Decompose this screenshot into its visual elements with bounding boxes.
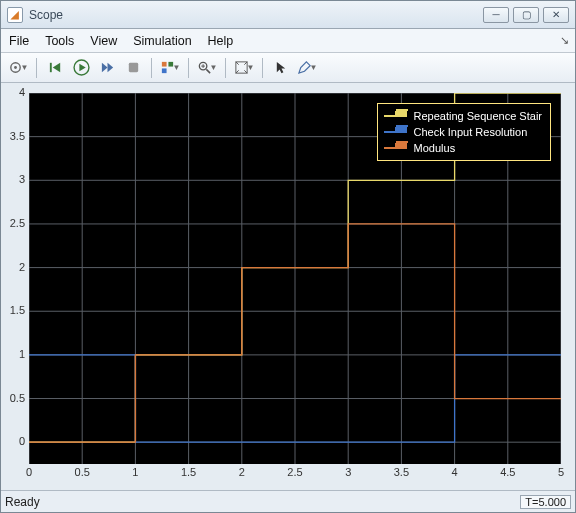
y-tick-label: 1.5	[3, 304, 25, 316]
plot-container: Repeating Sequence Stair Check Input Res…	[1, 83, 575, 490]
step-back-button[interactable]	[44, 57, 66, 79]
autoscale-button[interactable]: ▼	[233, 57, 255, 79]
x-tick-label: 3.5	[394, 466, 409, 478]
x-tick-label: 1.5	[181, 466, 196, 478]
y-tick-label: 3.5	[3, 130, 25, 142]
config-button[interactable]: ▼	[7, 57, 29, 79]
step-forward-button[interactable]	[96, 57, 118, 79]
y-tick-label: 0.5	[3, 392, 25, 404]
legend-label: Repeating Sequence Stair	[414, 110, 542, 122]
zoom-button[interactable]: ▼	[196, 57, 218, 79]
cursor-measure-button[interactable]	[270, 57, 292, 79]
x-tick-label: 0	[26, 466, 32, 478]
svg-rect-8	[128, 63, 137, 72]
plot-area[interactable]: Repeating Sequence Stair Check Input Res…	[7, 87, 565, 486]
toolbar: ▼ ▼ ▼ ▼ ▼	[1, 53, 575, 83]
plot-settings-button[interactable]: ▼	[296, 57, 318, 79]
legend-swatch-icon	[384, 131, 408, 133]
legend-label: Check Input Resolution	[414, 126, 528, 138]
svg-point-1	[14, 66, 17, 69]
svg-marker-18	[298, 62, 309, 73]
play-icon	[73, 59, 90, 76]
svg-marker-6	[101, 63, 107, 72]
y-tick-label: 4	[3, 86, 25, 98]
legend-swatch-icon	[384, 147, 408, 149]
x-tick-label: 4.5	[500, 466, 515, 478]
x-tick-label: 5	[558, 466, 564, 478]
svg-rect-9	[161, 62, 166, 67]
x-tick-label: 2.5	[287, 466, 302, 478]
run-button[interactable]	[70, 57, 92, 79]
menu-view[interactable]: View	[90, 34, 117, 48]
svg-rect-2	[49, 63, 51, 72]
menu-help[interactable]: Help	[208, 34, 234, 48]
x-tick-label: 4	[452, 466, 458, 478]
window-title: Scope	[29, 8, 483, 22]
legend-entry-0: Repeating Sequence Stair	[384, 108, 542, 124]
y-tick-label: 1	[3, 348, 25, 360]
svg-marker-7	[107, 63, 113, 72]
legend-swatch-icon	[384, 115, 408, 117]
close-button[interactable]: ✕	[543, 7, 569, 23]
maximize-button[interactable]: ▢	[513, 7, 539, 23]
toolbar-expand-icon[interactable]: ↘	[560, 34, 569, 47]
x-tick-label: 1	[132, 466, 138, 478]
status-text: Ready	[5, 495, 520, 509]
svg-rect-11	[161, 68, 166, 73]
svg-marker-3	[52, 63, 60, 72]
legend-entry-1: Check Input Resolution	[384, 124, 542, 140]
menu-file[interactable]: File	[9, 34, 29, 48]
window-titlebar: ◢ Scope ─ ▢ ✕	[1, 1, 575, 29]
stop-icon	[126, 60, 141, 75]
legend[interactable]: Repeating Sequence Stair Check Input Res…	[377, 103, 551, 161]
step-forward-icon	[100, 60, 115, 75]
statusbar: Ready T=5.000	[1, 490, 575, 512]
svg-marker-17	[276, 62, 284, 73]
y-tick-label: 3	[3, 173, 25, 185]
stop-button[interactable]	[122, 57, 144, 79]
legend-label: Modulus	[414, 142, 456, 154]
legend-entry-2: Modulus	[384, 140, 542, 156]
minimize-button[interactable]: ─	[483, 7, 509, 23]
menubar: File Tools View Simulation Help ↘	[1, 29, 575, 53]
x-tick-label: 2	[239, 466, 245, 478]
app-icon: ◢	[7, 7, 23, 23]
y-tick-label: 2	[3, 261, 25, 273]
y-tick-label: 0	[3, 435, 25, 447]
x-tick-label: 0.5	[75, 466, 90, 478]
svg-marker-5	[79, 64, 85, 71]
cursor-icon	[274, 60, 289, 75]
axes: Repeating Sequence Stair Check Input Res…	[29, 93, 561, 464]
trigger-button[interactable]: ▼	[159, 57, 181, 79]
step-back-icon	[48, 60, 63, 75]
menu-tools[interactable]: Tools	[45, 34, 74, 48]
x-tick-label: 3	[345, 466, 351, 478]
y-tick-label: 2.5	[3, 217, 25, 229]
sim-time: T=5.000	[520, 495, 571, 509]
menu-simulation[interactable]: Simulation	[133, 34, 191, 48]
